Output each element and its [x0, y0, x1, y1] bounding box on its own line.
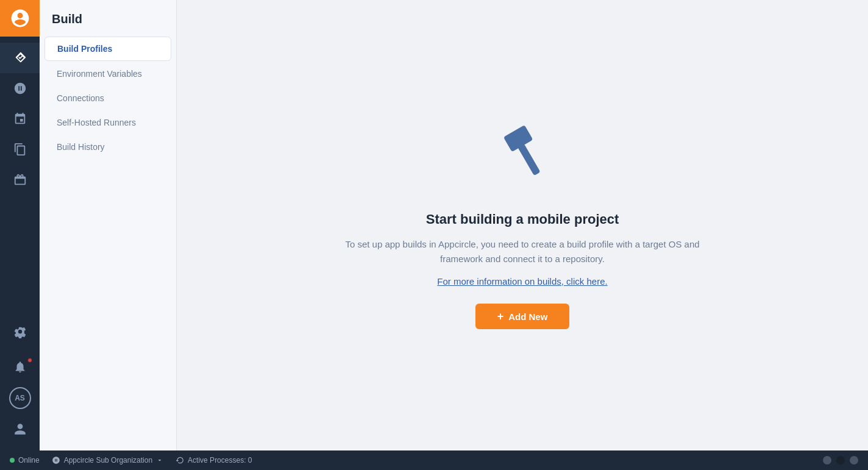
nav-icon-profile[interactable]: [0, 414, 40, 444]
icon-bar: AS: [0, 0, 40, 450]
sidebar-item-build-profiles[interactable]: Build Profiles: [44, 37, 171, 61]
app-logo: [0, 0, 40, 37]
status-bar: Online Appcircle Sub Organization Active…: [0, 450, 868, 470]
sidebar-item-self-hosted-runners[interactable]: Self-Hosted Runners: [44, 111, 171, 134]
nav-icon-enterprise[interactable]: [0, 165, 40, 195]
empty-state: Start building a mobile project To set u…: [315, 97, 730, 354]
svg-rect-0: [503, 125, 533, 152]
empty-state-description: To set up app builds in Appcircle, you n…: [340, 237, 705, 266]
main-content: Start building a mobile project To set u…: [177, 0, 868, 450]
sidebar-item-connections[interactable]: Connections: [44, 87, 171, 110]
svg-rect-1: [518, 143, 541, 176]
nav-icon-settings[interactable]: [0, 316, 40, 347]
more-info-link[interactable]: For more information on builds, click he…: [437, 276, 607, 287]
org-icon: [52, 456, 60, 465]
gear-icon: [13, 325, 27, 338]
status-circle-1: [823, 456, 831, 465]
sidebar-title: Build: [40, 0, 176, 36]
empty-state-title: Start building a mobile project: [426, 212, 619, 227]
copy-icon: [13, 143, 27, 156]
nav-icon-copy[interactable]: [0, 134, 40, 165]
user-avatar[interactable]: AS: [9, 387, 31, 409]
person-icon: [13, 422, 27, 436]
status-circle-2: [836, 456, 845, 465]
plus-icon: +: [497, 311, 504, 322]
sidebar-item-environment-variables[interactable]: Environment Variables: [44, 62, 171, 85]
sidebar-item-build-history[interactable]: Build History: [44, 135, 171, 158]
add-new-button[interactable]: + Add New: [475, 304, 570, 329]
integrations-icon: [13, 112, 27, 126]
nav-icon-integrations[interactable]: [0, 104, 40, 134]
active-processes-status: Active Processes: 0: [176, 456, 252, 465]
briefcase-icon: [13, 173, 27, 187]
chevron-down-icon: [156, 457, 163, 464]
online-status: Online: [10, 456, 40, 465]
hammer-icon: [486, 121, 559, 194]
appcircle-logo-icon: [9, 7, 31, 29]
processes-icon: [176, 456, 184, 465]
nav-icon-build[interactable]: [0, 43, 40, 73]
distribution-icon: [13, 82, 27, 95]
sidebar-navigation: Build Profiles Environment Variables Con…: [40, 36, 176, 159]
notification-badge: [27, 358, 32, 363]
status-bar-right: [823, 456, 858, 465]
status-circle-3: [850, 456, 858, 465]
nav-icon-notifications[interactable]: [0, 352, 40, 382]
nav-icon-distribution[interactable]: [0, 73, 40, 104]
sidebar: Build Build Profiles Environment Variabl…: [40, 0, 177, 450]
bell-icon: [13, 360, 27, 374]
org-status: Appcircle Sub Organization: [52, 456, 163, 465]
build-icon: [13, 51, 27, 65]
online-dot: [10, 458, 15, 463]
